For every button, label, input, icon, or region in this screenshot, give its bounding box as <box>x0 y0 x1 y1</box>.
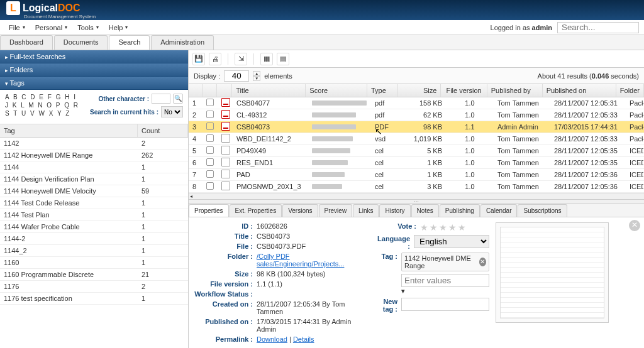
file-icon <box>221 134 230 143</box>
detail-tab-calendar[interactable]: Calendar <box>480 204 518 217</box>
detail-tab-versions[interactable]: Versions <box>282 204 318 217</box>
table-row[interactable]: 4WBD_DEI1142_2vsd1,019 KB1.0Tom Tammen28… <box>189 133 644 145</box>
accordion-folders[interactable]: Folders <box>0 63 188 77</box>
save-icon[interactable]: 💾 <box>192 53 205 65</box>
view-grid-icon[interactable]: ▤ <box>277 53 289 65</box>
display-count-input[interactable] <box>224 70 249 82</box>
tag-row[interactable]: 11601 <box>0 257 188 269</box>
table-row[interactable]: 5PD49X49cel5 KB1.0Tom Tammen28/11/2007 1… <box>189 145 644 157</box>
detail-tab-ext-properties[interactable]: Ext. Properties <box>230 204 282 217</box>
menu-personal[interactable]: Personal <box>31 23 71 33</box>
print-icon[interactable]: 🖨 <box>209 53 221 65</box>
file-icon <box>221 182 230 190</box>
main-tabs: DashboardDocumentsSearchAdministration <box>0 35 644 50</box>
col-file-version[interactable]: File version <box>441 84 487 97</box>
row-checkbox[interactable] <box>206 182 214 190</box>
remove-tag-icon[interactable]: ✕ <box>479 258 486 266</box>
results-summary: About 41 results (0.046 seconds) <box>538 72 639 80</box>
table-row[interactable]: 3CSB04073PDF98 KB1.1Admin Admin17/03/201… <box>189 121 644 133</box>
view-list-icon[interactable]: ▦ <box>260 53 273 65</box>
detail-tabs: PropertiesExt. PropertiesVersionsPreview… <box>189 204 644 217</box>
col-published-on[interactable]: Published on <box>543 84 616 97</box>
row-checkbox[interactable] <box>206 99 214 106</box>
menu-help[interactable]: Help <box>105 23 132 33</box>
other-char-input[interactable] <box>152 94 170 104</box>
properties-panel: ✕ ID16026826 TitleCSB04073 FileCSB04073.… <box>189 217 644 348</box>
left-panel: Full-text Searches Folders Tags Other ch… <box>0 50 189 348</box>
tag-row[interactable]: 1142 Honeywell DME Range262 <box>0 150 188 161</box>
details-link[interactable]: Details <box>293 335 314 343</box>
tag-row[interactable]: 1144-21 <box>0 233 188 245</box>
table-row[interactable]: 6RES_END1cel1 KB1.0Tom Tammen28/11/2007 … <box>189 157 644 169</box>
file-icon <box>221 110 230 119</box>
table-row[interactable]: 1CSB04077pdf158 KB1.0Tom Tammen28/11/200… <box>189 97 644 109</box>
col-score[interactable]: Score <box>306 84 367 97</box>
prop-file: CSB04073.PDF <box>257 242 370 250</box>
tag-row[interactable]: 11762 <box>0 281 188 293</box>
row-checkbox[interactable] <box>206 170 214 178</box>
tag-row[interactable]: 1144 Honeywell DME Velocity59 <box>0 185 188 197</box>
logged-in-status: Logged in as admin <box>491 24 552 31</box>
table-row[interactable]: 8PMOSNWD_20X1_3cel3 KB1.0Tom Tammen28/11… <box>189 181 644 193</box>
detail-tab-preview[interactable]: Preview <box>319 204 353 217</box>
row-checkbox[interactable] <box>206 122 214 130</box>
prop-title: CSB04073 <box>257 232 370 240</box>
tag-row[interactable]: 11441 <box>0 161 188 173</box>
tag-row[interactable]: 1176 test specification1 <box>0 293 188 305</box>
logo-icon: L <box>6 1 20 15</box>
tag-row[interactable]: 1144 Test Plan1 <box>0 209 188 221</box>
col-folder[interactable]: Folder <box>616 84 644 97</box>
tag-row[interactable]: 1144 Wafer Probe Cable1 <box>0 221 188 233</box>
language-select[interactable]: English <box>414 235 489 248</box>
detail-tab-notes[interactable]: Notes <box>411 204 439 217</box>
document-thumbnail[interactable] <box>496 222 609 323</box>
tag-row[interactable]: 1144 Test Code Release1 <box>0 197 188 209</box>
global-search-input[interactable] <box>557 22 639 33</box>
table-row[interactable]: 7PADcel1 KB1.0Tom Tammen28/11/2007 12:05… <box>189 169 644 181</box>
new-tag-input[interactable] <box>401 298 489 311</box>
tab-search[interactable]: Search <box>109 35 150 50</box>
tag-values-input[interactable] <box>401 274 489 287</box>
row-checkbox[interactable] <box>206 111 214 118</box>
col-published-by[interactable]: Published by <box>487 84 543 97</box>
tag-row[interactable]: 1144_21 <box>0 245 188 257</box>
detail-tab-properties[interactable]: Properties <box>189 204 229 217</box>
row-checkbox[interactable] <box>206 146 214 154</box>
col-title[interactable]: Title <box>232 84 306 97</box>
col-size[interactable]: Size <box>398 84 441 97</box>
search-icon[interactable]: 🔍 <box>173 94 183 104</box>
detail-tab-subscriptions[interactable]: Subscriptions <box>518 204 567 217</box>
detail-tab-links[interactable]: Links <box>353 204 379 217</box>
menu-tools[interactable]: Tools <box>74 23 103 33</box>
row-checkbox[interactable] <box>206 134 214 142</box>
tag-table-header: Tag Count <box>0 124 188 138</box>
prop-created: 28/11/2007 12:05:34 By Tom Tammen <box>257 300 370 315</box>
download-link[interactable]: Download <box>257 335 287 343</box>
accordion-tags[interactable]: Tags <box>0 77 188 90</box>
tag-row[interactable]: 11422 <box>0 138 188 150</box>
col-type[interactable]: Type <box>367 84 398 97</box>
detail-tab-publishing[interactable]: Publishing <box>440 204 480 217</box>
file-icon <box>221 122 230 131</box>
display-stepper[interactable]: ▲▼ <box>253 71 260 81</box>
horizontal-scrollbar[interactable] <box>189 193 644 199</box>
detail-tab-history[interactable]: History <box>379 204 410 217</box>
chevron-down-icon[interactable]: ▾ <box>401 287 405 295</box>
menu-file[interactable]: File <box>5 23 29 33</box>
menubar: FilePersonalToolsHelp Logged in as admin <box>0 20 644 35</box>
row-checkbox[interactable] <box>206 158 214 166</box>
tag-row[interactable]: 1144 Design Verification Plan1 <box>0 173 188 185</box>
vote-stars[interactable]: ★★★★★ <box>420 222 489 232</box>
accordion-fulltext[interactable]: Full-text Searches <box>0 50 188 63</box>
close-icon[interactable]: ✕ <box>629 220 640 231</box>
search-hits-select[interactable]: No <box>161 106 183 117</box>
split-resizer[interactable]: ⋯ <box>189 199 644 204</box>
tab-administration[interactable]: Administration <box>151 35 214 50</box>
export-icon[interactable]: ⇲ <box>235 53 247 65</box>
prop-folder-link[interactable]: /Colly PDF sales/Engineering/Projects... <box>257 253 344 268</box>
tag-row[interactable]: 1160 Programmable Discrete21 <box>0 269 188 281</box>
tab-documents[interactable]: Documents <box>54 35 108 50</box>
tab-dashboard[interactable]: Dashboard <box>0 35 53 50</box>
table-row[interactable]: 2CL-49312pdf62 KB1.0Tom Tammen28/11/2007… <box>189 109 644 121</box>
display-suffix: elements <box>264 72 292 80</box>
